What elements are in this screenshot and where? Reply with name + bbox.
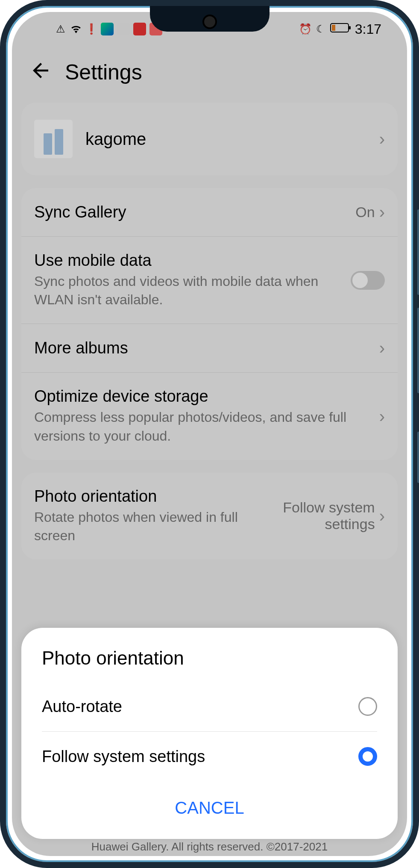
option-follow-system[interactable]: Follow system settings	[21, 732, 398, 781]
screen: ⚠ ❗ ⏰ ☾ 3:17 Settings	[12, 12, 407, 856]
radio-selected-icon	[358, 747, 377, 766]
volume-up-button	[417, 209, 419, 295]
radio-unselected-icon	[358, 697, 377, 716]
phone-notch	[150, 6, 270, 32]
option-label: Auto-rotate	[42, 697, 122, 716]
power-button	[417, 432, 419, 483]
volume-down-button	[417, 308, 419, 393]
option-auto-rotate[interactable]: Auto-rotate	[21, 682, 398, 731]
option-label: Follow system settings	[42, 747, 205, 766]
photo-orientation-dialog: Photo orientation Auto-rotate Follow sys…	[21, 628, 398, 839]
cancel-button[interactable]: CANCEL	[21, 781, 398, 830]
dialog-title: Photo orientation	[21, 645, 398, 682]
